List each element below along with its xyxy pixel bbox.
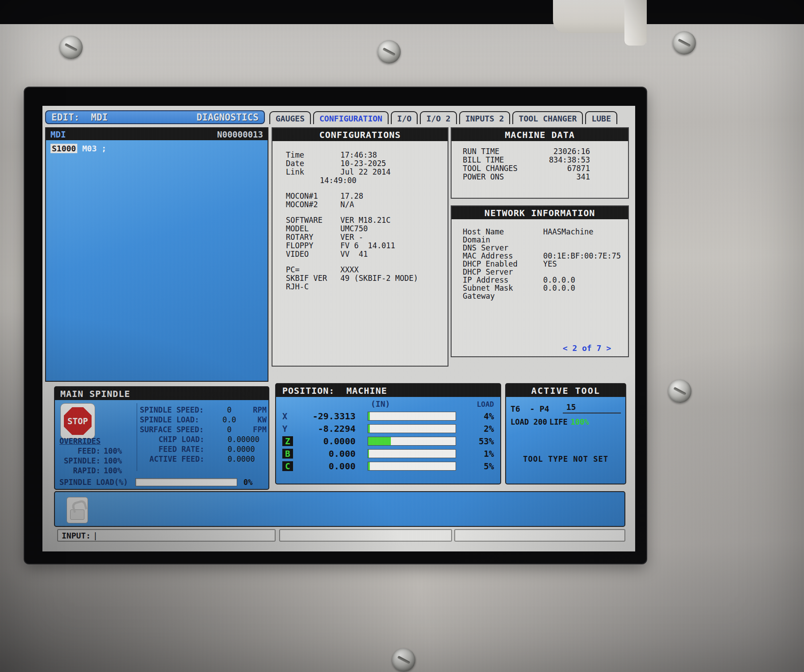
photo-vignette — [0, 0, 804, 672]
machine-photo: EDIT: MDI DIAGNOSTICS GAUGES CONFIGURATI… — [0, 0, 804, 672]
